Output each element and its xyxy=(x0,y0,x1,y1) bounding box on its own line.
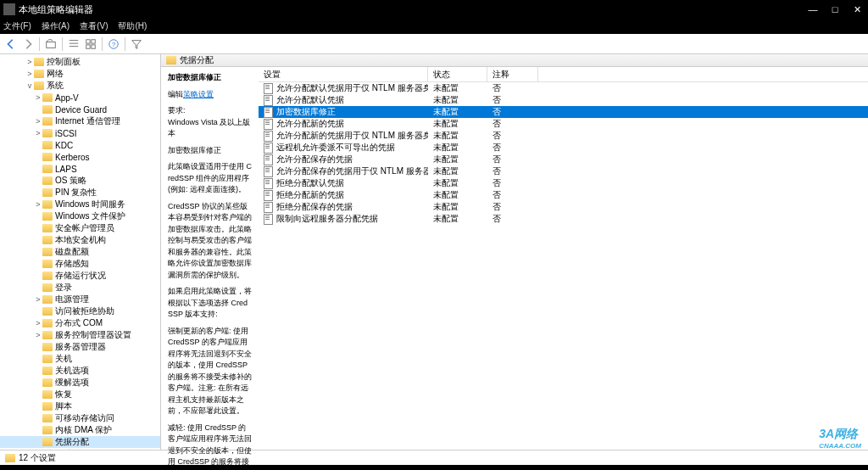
list-row[interactable]: 允许分配保存的凭据未配置否 xyxy=(259,154,868,165)
svg-rect-1 xyxy=(86,39,90,42)
window-title: 本地组策略编辑器 xyxy=(19,3,93,16)
tree-item[interactable]: >服务控制管理器设置 xyxy=(0,329,160,341)
menu-help[interactable]: 帮助(H) xyxy=(118,20,147,32)
tree-item[interactable]: >Internet 通信管理 xyxy=(0,115,160,127)
tree-item[interactable]: 凭据分配 xyxy=(0,436,160,448)
tree-item[interactable]: PIN 复杂性 xyxy=(0,187,160,199)
edit-policy-link[interactable]: 策略设置 xyxy=(183,90,214,98)
list-row[interactable]: 加密数据库修正未配置否 xyxy=(259,106,868,118)
tree-item[interactable]: 内核 DMA 保护 xyxy=(0,424,160,436)
forward-button[interactable] xyxy=(20,36,36,52)
minimize-button[interactable]: — xyxy=(802,4,824,14)
list-row[interactable]: 拒绝分配保存的凭据未配置否 xyxy=(259,201,868,213)
tree-item[interactable]: 脚本 xyxy=(0,400,160,412)
menubar: 文件(F) 操作(A) 查看(V) 帮助(H) xyxy=(0,19,868,34)
settings-list: 设置 状态 注释 允许分配默认凭据用于仅 NTLM 服务器身份验证未配置否允许分… xyxy=(259,67,868,470)
folder-icon xyxy=(5,454,15,462)
content-title: 凭据分配 xyxy=(180,54,214,66)
list-icon[interactable] xyxy=(66,36,81,52)
tree-item[interactable]: 磁盘配额 xyxy=(0,246,160,258)
tree-item[interactable]: 恢复 xyxy=(0,389,160,400)
up-button[interactable] xyxy=(43,36,58,52)
svg-rect-3 xyxy=(86,44,90,48)
list-row[interactable]: 远程机允许委派不可导出的凭据未配置否 xyxy=(259,142,868,154)
col-state[interactable]: 状态 xyxy=(428,67,487,81)
list-row[interactable]: 允许分配保存的凭据用于仅 NTLM 服务器身份验证未配置否 xyxy=(259,165,868,177)
tree-item[interactable]: 安全帐户管理员 xyxy=(0,222,160,234)
menu-file[interactable]: 文件(F) xyxy=(3,20,31,32)
tree-item[interactable]: 服务器管理器 xyxy=(0,341,160,353)
menu-view[interactable]: 查看(V) xyxy=(80,20,108,32)
list-header[interactable]: 设置 状态 注释 xyxy=(259,67,868,82)
tree-item[interactable]: LAPS xyxy=(0,163,160,175)
tree-item[interactable]: v系统 xyxy=(0,80,160,92)
tree-item[interactable]: 本地安全机构 xyxy=(0,234,160,246)
tree-item[interactable]: >分布式 COM xyxy=(0,317,160,329)
svg-rect-4 xyxy=(92,44,95,48)
details-icon[interactable] xyxy=(83,36,98,52)
filter-icon[interactable] xyxy=(129,36,144,52)
tree-item[interactable]: Kerberos xyxy=(0,151,160,163)
tree-item[interactable]: 关机选项 xyxy=(0,365,160,377)
tree-item[interactable]: 登录 xyxy=(0,282,160,294)
tree-item[interactable]: OS 策略 xyxy=(0,175,160,187)
list-row[interactable]: 允许分配默认凭据用于仅 NTLM 服务器身份验证未配置否 xyxy=(259,82,868,94)
tree-item[interactable]: >网络 xyxy=(0,68,160,80)
tree-item[interactable]: >Windows 时间服务 xyxy=(0,199,160,210)
back-button[interactable] xyxy=(3,36,19,52)
list-row[interactable]: 允许分配默认凭据未配置否 xyxy=(259,94,868,106)
tree-item[interactable]: 存储运行状况 xyxy=(0,270,160,282)
detail-title: 加密数据库修正 xyxy=(168,72,252,84)
status-text: 12 个设置 xyxy=(19,452,56,464)
tree-item[interactable]: >iSCSI xyxy=(0,127,160,139)
list-row[interactable]: 允许分配新的凭据未配置否 xyxy=(259,118,868,130)
help-icon[interactable]: ? xyxy=(106,36,121,52)
maximize-button[interactable]: □ xyxy=(824,4,846,14)
titlebar: 本地组策略编辑器 — □ ✕ xyxy=(0,0,868,19)
app-icon xyxy=(3,3,15,15)
tree-item[interactable]: Windows 文件保护 xyxy=(0,210,160,222)
list-row[interactable]: 拒绝分配默认凭据未配置否 xyxy=(259,177,868,189)
tree-item[interactable]: 关机 xyxy=(0,353,160,365)
list-row[interactable]: 允许分配新的凭据用于仅 NTLM 服务器身份验证未配置否 xyxy=(259,130,868,142)
svg-rect-0 xyxy=(47,42,56,48)
col-setting[interactable]: 设置 xyxy=(259,67,428,81)
list-row[interactable]: 限制向远程服务器分配凭据未配置否 xyxy=(259,213,868,225)
tree-item[interactable]: KDC xyxy=(0,139,160,151)
menu-action[interactable]: 操作(A) xyxy=(42,20,70,32)
tree-item[interactable]: 访问被拒绝协助 xyxy=(0,305,160,317)
folder-icon xyxy=(166,56,176,64)
close-button[interactable]: ✕ xyxy=(846,4,868,15)
col-comment[interactable]: 注释 xyxy=(487,67,538,81)
content-header: 凭据分配 xyxy=(161,54,868,67)
tree-item[interactable]: 区域设置服务 xyxy=(0,448,160,450)
tree-item[interactable]: 存储感知 xyxy=(0,258,160,270)
tree-item[interactable]: Device Guard xyxy=(0,104,160,115)
svg-rect-2 xyxy=(92,39,95,42)
tree-item[interactable]: 可移动存储访问 xyxy=(0,412,160,424)
tree-item[interactable]: >控制面板 xyxy=(0,56,160,68)
tree-panel[interactable]: >控制面板>网络v系统>App-VDevice Guard>Internet 通… xyxy=(0,54,161,450)
svg-text:?: ? xyxy=(112,40,116,48)
toolbar: ? xyxy=(0,34,868,54)
watermark: 3A网络 CNAAA.COM xyxy=(819,427,861,450)
tree-item[interactable]: >电源管理 xyxy=(0,294,160,305)
detail-panel: 加密数据库修正 编辑策略设置 要求:Windows Vista 及以上版本 加密… xyxy=(161,67,259,470)
tree-item[interactable]: >App-V xyxy=(0,92,160,104)
list-row[interactable]: 拒绝分配新的凭据未配置否 xyxy=(259,189,868,201)
tree-item[interactable]: 缓解选项 xyxy=(0,377,160,389)
